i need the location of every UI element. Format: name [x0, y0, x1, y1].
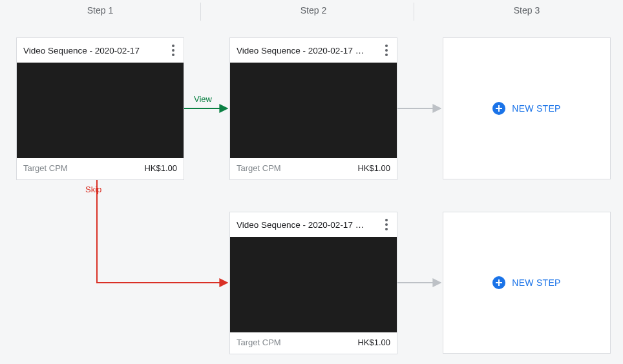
- target-cpm-value: HK$1.00: [357, 163, 390, 174]
- plus-icon: [492, 276, 505, 289]
- new-step-button-bottom[interactable]: NEW STEP: [443, 212, 611, 354]
- card-title: Video Sequence - 2020-02-17: [23, 46, 167, 56]
- new-step-label: NEW STEP: [512, 278, 561, 288]
- target-cpm-label: Target CPM: [23, 163, 68, 174]
- video-thumbnail: [230, 63, 397, 158]
- more-icon[interactable]: [167, 43, 180, 57]
- connector-label-view: View: [194, 94, 212, 104]
- divider-1-2: [200, 3, 201, 21]
- target-cpm-label: Target CPM: [237, 163, 281, 174]
- new-step-label: NEW STEP: [512, 103, 561, 114]
- sequence-card-step2-skip[interactable]: Video Sequence - 2020-02-17 … Target CPM…: [229, 212, 397, 354]
- more-icon[interactable]: [380, 43, 393, 57]
- card-title: Video Sequence - 2020-02-17 …: [237, 46, 380, 56]
- video-thumbnail: [17, 63, 184, 158]
- sequence-card-step2-view[interactable]: Video Sequence - 2020-02-17 … Target CPM…: [229, 37, 397, 180]
- step-header-2: Step 2: [229, 5, 397, 15]
- new-step-button-top[interactable]: NEW STEP: [443, 37, 611, 179]
- step-header-3: Step 3: [443, 5, 611, 15]
- more-icon[interactable]: [380, 217, 393, 232]
- card-title: Video Sequence - 2020-02-17 …: [237, 220, 380, 230]
- target-cpm-label: Target CPM: [237, 338, 281, 349]
- target-cpm-value: HK$1.00: [144, 163, 177, 174]
- plus-icon: [492, 102, 505, 115]
- divider-2-3: [414, 3, 414, 21]
- target-cpm-value: HK$1.00: [357, 338, 390, 349]
- video-thumbnail: [230, 237, 397, 332]
- connector-skip: [97, 179, 227, 283]
- connector-label-skip: Skip: [85, 185, 101, 194]
- sequence-card-step1[interactable]: Video Sequence - 2020-02-17 Target CPM H…: [16, 37, 184, 180]
- step-header-1: Step 1: [16, 5, 184, 15]
